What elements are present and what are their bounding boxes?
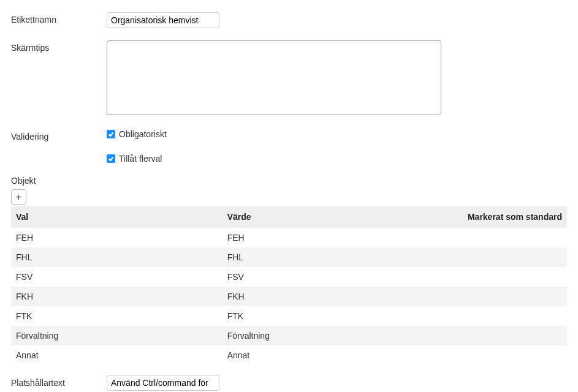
column-header-value: Värde <box>222 206 428 228</box>
placeholder-text-field <box>107 375 219 391</box>
table-cell-choice: FSV <box>11 267 222 287</box>
table-cell-default <box>428 247 567 267</box>
label-name-input[interactable] <box>107 12 219 28</box>
table-row[interactable]: FEHFEH <box>11 228 567 247</box>
tooltip-row: Skärmtips <box>11 40 567 117</box>
label-name-row: Etikettnamn <box>11 12 567 28</box>
table-header-row: Val Värde Markerat som standard <box>11 206 567 228</box>
check-icon <box>108 156 114 162</box>
plus-icon: + <box>16 191 22 203</box>
table-cell-default <box>428 326 567 345</box>
table-cell-choice: FTK <box>11 306 222 326</box>
table-cell-value: FEH <box>222 228 428 247</box>
table-cell-default <box>428 267 567 287</box>
table-row[interactable]: FSVFSV <box>11 267 567 287</box>
table-cell-choice: FHL <box>11 247 222 267</box>
validation-row: Validering Obligatoriskt Tillåt flerval <box>11 129 567 164</box>
table-cell-value: Förvaltning <box>222 326 428 345</box>
table-row[interactable]: FKHFKH <box>11 287 567 306</box>
allow-multiple-checkbox-label: Tillåt flerval <box>119 154 162 164</box>
column-header-default: Markerat som standard <box>428 206 567 228</box>
table-cell-value: FKH <box>222 287 428 306</box>
allow-multiple-checkbox-row: Tillåt flerval <box>107 154 567 164</box>
tooltip-field <box>107 40 567 117</box>
table-row[interactable]: FTKFTK <box>11 306 567 326</box>
table-cell-choice: Förvaltning <box>11 326 222 345</box>
validation-field: Obligatoriskt Tillåt flerval <box>107 129 567 164</box>
label-name-label: Etikettnamn <box>11 12 107 24</box>
table-cell-default <box>428 306 567 326</box>
check-icon <box>108 131 114 137</box>
add-object-button[interactable]: + <box>11 189 26 205</box>
placeholder-text-label: Platshållartext <box>11 378 107 388</box>
table-cell-value: FHL <box>222 247 428 267</box>
allow-multiple-checkbox[interactable] <box>107 154 115 163</box>
tooltip-textarea[interactable] <box>107 40 441 115</box>
table-cell-default <box>428 345 567 365</box>
object-table: Val Värde Markerat som standard FEHFEHFH… <box>11 206 567 365</box>
table-cell-choice: FKH <box>11 287 222 306</box>
table-cell-value: Annat <box>222 345 428 365</box>
table-cell-choice: FEH <box>11 228 222 247</box>
validation-label: Validering <box>11 129 107 141</box>
table-cell-value: FSV <box>222 267 428 287</box>
tooltip-label: Skärmtips <box>11 40 107 53</box>
table-row[interactable]: AnnatAnnat <box>11 345 567 365</box>
placeholder-text-row: Platshållartext <box>11 375 567 391</box>
column-header-choice: Val <box>11 206 222 228</box>
table-row[interactable]: FHLFHL <box>11 247 567 267</box>
mandatory-checkbox[interactable] <box>107 130 115 138</box>
placeholder-text-input[interactable] <box>107 375 219 391</box>
table-cell-default <box>428 228 567 247</box>
mandatory-checkbox-label: Obligatoriskt <box>119 129 167 139</box>
table-cell-choice: Annat <box>11 345 222 365</box>
table-cell-default <box>428 287 567 306</box>
mandatory-checkbox-row: Obligatoriskt <box>107 129 567 139</box>
table-cell-value: FTK <box>222 306 428 326</box>
object-section-label: Objekt <box>11 176 567 186</box>
table-row[interactable]: FörvaltningFörvaltning <box>11 326 567 345</box>
label-name-field <box>107 12 567 28</box>
